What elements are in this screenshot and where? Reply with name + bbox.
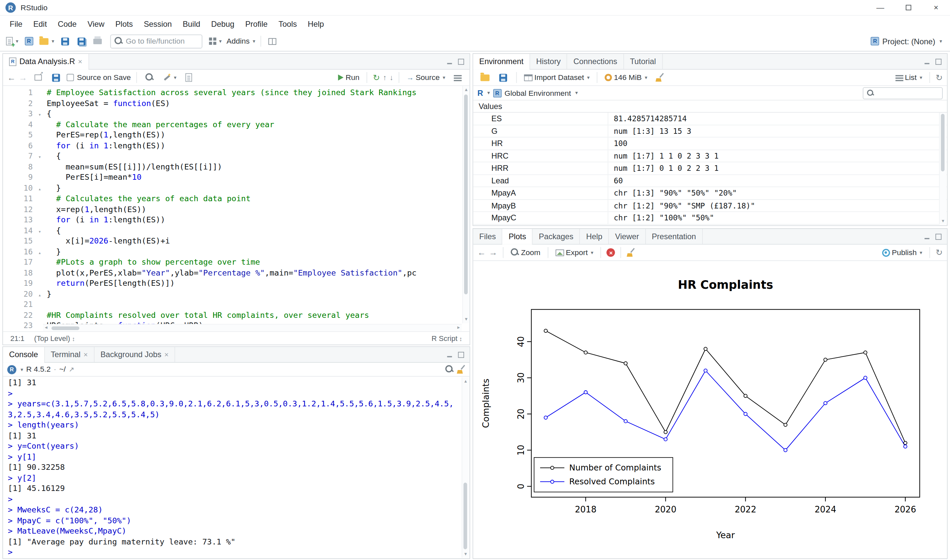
- maximize-pane-icon[interactable]: [935, 234, 941, 240]
- menu-item-session[interactable]: Session: [138, 17, 177, 31]
- maximize-pane-icon[interactable]: [458, 352, 464, 357]
- menu-item-profile[interactable]: Profile: [240, 17, 273, 31]
- scroll-down-icon[interactable]: ▼: [463, 317, 470, 322]
- environment-variable-row[interactable]: HR100: [473, 137, 947, 150]
- maximize-pane-icon[interactable]: [458, 58, 464, 65]
- environment-variable-row[interactable]: ES81.4285714285714: [473, 113, 947, 125]
- code-tools-button[interactable]: ▾: [161, 70, 179, 85]
- scroll-left-icon[interactable]: ◀: [45, 325, 48, 331]
- menu-item-build[interactable]: Build: [177, 17, 206, 31]
- fold-down-icon[interactable]: ▾: [38, 110, 41, 120]
- minimize-pane-icon[interactable]: [447, 58, 453, 65]
- tab-plots[interactable]: Plots: [502, 229, 533, 244]
- run-previous-icon[interactable]: ↑: [383, 74, 387, 81]
- open-directory-icon[interactable]: ↗: [69, 366, 74, 373]
- scrollbar-thumb[interactable]: [463, 483, 467, 549]
- environment-variable-row[interactable]: Lead60: [473, 175, 947, 187]
- source-file-button[interactable]: →Source▾: [405, 70, 447, 85]
- close-tab-icon[interactable]: ×: [84, 350, 88, 359]
- print-button[interactable]: [90, 34, 105, 49]
- scrollbar-thumb[interactable]: [464, 94, 468, 294]
- scroll-right-icon[interactable]: ▶: [457, 325, 460, 331]
- refresh-icon[interactable]: ↻: [935, 73, 943, 82]
- menu-item-edit[interactable]: Edit: [28, 17, 52, 31]
- save-source-button[interactable]: [49, 70, 64, 85]
- environment-variable-row[interactable]: MpayBchr [1:2] "90%" "SMP (£187.18)": [473, 200, 947, 212]
- tab-background-jobs[interactable]: Background Jobs×: [94, 347, 176, 362]
- tab-history[interactable]: History: [530, 54, 568, 69]
- show-panes-button[interactable]: [265, 34, 280, 49]
- menu-item-debug[interactable]: Debug: [206, 17, 240, 31]
- back-icon[interactable]: ←: [7, 73, 16, 82]
- clear-environment-button[interactable]: [652, 70, 667, 85]
- close-tab-icon[interactable]: ×: [78, 57, 82, 66]
- scroll-down-icon[interactable]: ▼: [940, 219, 946, 223]
- open-file-button[interactable]: ▾: [38, 34, 56, 49]
- editor-content[interactable]: # Employee Satisfaction across several y…: [43, 86, 470, 331]
- new-project-button[interactable]: [22, 34, 37, 49]
- console-scrollbar[interactable]: ▲ ▼: [462, 377, 469, 558]
- environment-variable-row[interactable]: HRRnum [1:7] 0 1 0 2 2 3 1: [473, 162, 947, 175]
- remove-plot-icon[interactable]: [607, 248, 615, 257]
- file-type-selector[interactable]: R Script↕: [432, 334, 462, 343]
- editor-horizontal-scrollbar[interactable]: ◀ ▶: [43, 324, 462, 331]
- tab-data-analysis-r[interactable]: Data Analysis.R×: [3, 54, 89, 69]
- load-workspace-button[interactable]: [477, 70, 493, 85]
- find-replace-button[interactable]: [142, 70, 158, 85]
- close-button[interactable]: ×: [922, 0, 950, 15]
- console-output[interactable]: [1] 31> > years=c(3.1,5.7,5.2,6.5,5.8,0.…: [3, 377, 470, 558]
- environment-variable-row[interactable]: Gnum [1:3] 13 15 3: [473, 125, 947, 137]
- environment-scope-label[interactable]: Global Environment: [504, 89, 571, 97]
- minimize-pane-icon[interactable]: [924, 58, 930, 65]
- environment-scrollbar[interactable]: ▼: [939, 113, 946, 225]
- language-selector[interactable]: R: [477, 89, 483, 97]
- menu-item-tools[interactable]: Tools: [273, 17, 302, 31]
- environment-variable-row[interactable]: MpayAchr [1:3] "90%" "50%" "20%": [473, 187, 947, 200]
- scrollbar-thumb[interactable]: [52, 326, 79, 330]
- tab-connections[interactable]: Connections: [567, 54, 624, 69]
- export-plot-button[interactable]: Export▾: [554, 245, 595, 260]
- minimize-pane-icon[interactable]: [447, 352, 453, 357]
- clear-console-icon[interactable]: [457, 365, 465, 374]
- save-workspace-button[interactable]: [496, 70, 511, 85]
- editor-vertical-scrollbar[interactable]: ▲ ▼: [462, 86, 470, 323]
- save-all-button[interactable]: [74, 34, 89, 49]
- memory-usage-button[interactable]: 146 MiB▾: [603, 70, 649, 85]
- new-file-button[interactable]: ▾: [4, 34, 20, 49]
- project-selector[interactable]: Project: (None) ▾: [867, 37, 946, 46]
- run-next-icon[interactable]: ↓: [390, 74, 393, 81]
- search-console-icon[interactable]: [445, 365, 454, 374]
- forward-icon[interactable]: →: [19, 73, 28, 82]
- addins-button[interactable]: Addins▾: [225, 34, 257, 49]
- save-button[interactable]: [57, 34, 72, 49]
- minimize-button[interactable]: —: [866, 0, 894, 15]
- tab-packages[interactable]: Packages: [533, 229, 580, 244]
- scroll-up-icon[interactable]: ▲: [463, 88, 470, 92]
- tab-files[interactable]: Files: [473, 229, 502, 244]
- menu-item-code[interactable]: Code: [52, 17, 82, 31]
- document-outline-button[interactable]: [450, 70, 465, 85]
- fold-up-icon[interactable]: ▴: [38, 184, 41, 194]
- r-session-icon[interactable]: [7, 365, 16, 374]
- scrollbar-thumb[interactable]: [941, 114, 944, 171]
- open-in-new-window-button[interactable]: [31, 70, 46, 85]
- menu-item-help[interactable]: Help: [302, 17, 329, 31]
- tab-terminal[interactable]: Terminal×: [45, 347, 94, 362]
- zoom-plot-button[interactable]: Zoom: [509, 245, 542, 260]
- compile-report-button[interactable]: [181, 70, 196, 85]
- scope-selector[interactable]: (Top Level)↕: [34, 334, 75, 343]
- publish-button[interactable]: Publish▾: [880, 245, 924, 260]
- tab-tutorial[interactable]: Tutorial: [624, 54, 662, 69]
- tab-help[interactable]: Help: [580, 229, 609, 244]
- next-plot-icon[interactable]: →: [489, 248, 497, 257]
- fold-up-icon[interactable]: ▴: [38, 248, 41, 258]
- maximize-pane-icon[interactable]: [935, 58, 941, 65]
- environment-variable-row[interactable]: MpayCchr [1:2] "100%" "50%": [473, 212, 947, 225]
- close-tab-icon[interactable]: ×: [164, 350, 169, 359]
- menu-item-view[interactable]: View: [82, 17, 110, 31]
- source-on-save-checkbox[interactable]: [67, 74, 74, 81]
- menu-item-plots[interactable]: Plots: [110, 17, 138, 31]
- pane-layout-button[interactable]: ▾: [207, 34, 223, 49]
- fold-down-icon[interactable]: ▾: [38, 226, 41, 237]
- fold-up-icon[interactable]: ▴: [38, 290, 41, 300]
